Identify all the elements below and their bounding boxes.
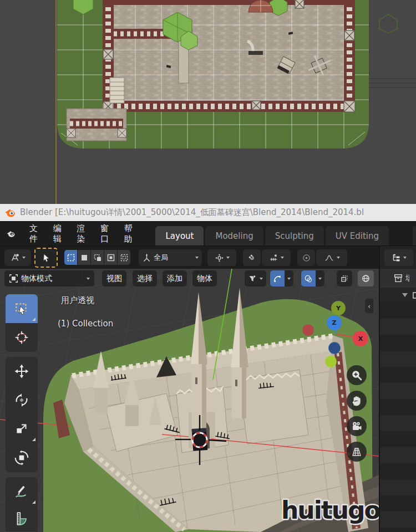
tool-annotate[interactable] xyxy=(6,477,38,506)
tab-uv-editing[interactable]: UV Editing xyxy=(326,226,389,245)
camera-view-button[interactable] xyxy=(347,416,367,436)
outliner-tree-icon xyxy=(392,253,401,263)
cursor-3d-icon xyxy=(14,330,29,345)
chevron-down-icon xyxy=(403,257,407,259)
preview-guide-line xyxy=(55,0,57,204)
gizmo-dropdown[interactable] xyxy=(285,270,293,287)
toolbar-left xyxy=(6,294,38,531)
gizmo-axis-z[interactable]: Z xyxy=(327,315,342,330)
menu-edit[interactable]: 编辑 xyxy=(47,220,70,248)
collection-label: (1) Collection xyxy=(58,319,113,329)
chevron-down-icon xyxy=(226,257,230,259)
grid-perspective-icon xyxy=(351,446,363,458)
select-mode-intersect[interactable] xyxy=(118,250,130,265)
gizmo-toggle[interactable] xyxy=(270,270,285,287)
gizmo-axis-x[interactable]: X xyxy=(353,331,368,346)
scene-collection-label-clipped: 场 xyxy=(405,273,409,283)
gizmo-axis-y[interactable]: Y xyxy=(331,301,346,315)
tool-measure[interactable] xyxy=(6,506,38,531)
mode-selector[interactable]: 物体模式 xyxy=(4,270,94,287)
select-mode-invert[interactable] xyxy=(104,250,117,265)
chevron-down-icon xyxy=(281,257,284,259)
tab-layout[interactable]: Layout xyxy=(155,226,204,245)
menu-render[interactable]: 渲染 xyxy=(70,220,94,248)
gizmo-axis-x-neg[interactable] xyxy=(302,324,314,336)
overlays-toggle[interactable] xyxy=(301,270,316,287)
proportional-editing-toggle[interactable] xyxy=(297,249,315,266)
menu-select[interactable]: 选择 xyxy=(133,270,157,287)
topbar: 文件 编辑 渲染 窗口 帮助 Layout Modeling Sculpting… xyxy=(0,222,416,245)
window-title: Blender [E:\huitugou详情\2001_5000\2014_低面… xyxy=(20,207,364,218)
magnifier-plus-icon xyxy=(351,369,363,381)
menu-file[interactable]: 文件 xyxy=(23,220,47,248)
collection-row[interactable] xyxy=(380,288,416,303)
filter-funnel-icon xyxy=(248,274,257,283)
sidebar-collapse-arrow[interactable]: ‹ xyxy=(365,299,373,313)
tool-cursor[interactable] xyxy=(6,323,38,352)
viewport-3d[interactable]: 物体模式 视图 选择 添加 物体 xyxy=(0,269,379,532)
snap-increment-icon xyxy=(269,253,278,263)
top-view-preview xyxy=(0,0,416,204)
chevron-down-icon xyxy=(287,278,291,280)
visibility-filter-dropdown[interactable] xyxy=(245,270,266,287)
move-icon xyxy=(14,364,29,379)
tool-scale[interactable] xyxy=(6,415,38,443)
object-mode-icon xyxy=(9,274,18,283)
overlays-toggle-group xyxy=(301,270,324,287)
viewport-column: 全局 xyxy=(0,245,379,532)
ortho-toggle-button[interactable] xyxy=(347,442,367,462)
chevron-down-icon xyxy=(87,278,90,280)
editor-type-selector[interactable] xyxy=(4,249,31,266)
wireframe-globe-icon xyxy=(361,274,371,283)
proportional-circle-icon xyxy=(302,253,311,263)
snap-with-dropdown[interactable] xyxy=(262,249,291,266)
overlays-dropdown[interactable] xyxy=(316,270,324,287)
chevron-down-icon xyxy=(195,257,199,259)
tool-move[interactable] xyxy=(6,357,38,386)
outliner-editor-selector[interactable] xyxy=(384,249,413,266)
scene-collection-row[interactable]: 场 xyxy=(380,269,416,288)
shading-mode-button[interactable] xyxy=(358,270,374,287)
pan-button[interactable] xyxy=(347,391,367,411)
disclosure-triangle-icon[interactable] xyxy=(402,293,408,297)
menu-help[interactable]: 帮助 xyxy=(118,220,141,248)
gizmo-axis-y-neg[interactable] xyxy=(325,356,337,367)
gizmo-axis-z-neg[interactable] xyxy=(328,342,341,354)
chevron-down-icon xyxy=(318,278,322,280)
scale-icon xyxy=(14,421,29,437)
tool-select-box[interactable] xyxy=(6,294,38,323)
zoom-button[interactable] xyxy=(347,365,367,385)
collection-icon-clipped xyxy=(412,291,416,300)
mode-label: 物体模式 xyxy=(21,274,84,284)
active-tool-button[interactable] xyxy=(34,248,58,268)
view-perspective-label: 用户透视 xyxy=(61,295,94,306)
transform-orientation-dropdown[interactable]: 全局 xyxy=(139,249,202,266)
tool-settings-bar: 全局 xyxy=(0,245,379,269)
menu-object[interactable]: 物体 xyxy=(192,270,217,287)
blender-app-icon[interactable] xyxy=(7,228,15,239)
select-mode-subtract[interactable] xyxy=(91,250,104,265)
menu-view[interactable]: 视图 xyxy=(102,270,126,287)
cursor-arrow-icon xyxy=(41,253,51,263)
snap-toggle-button[interactable] xyxy=(243,249,261,266)
tab-modeling[interactable]: Modeling xyxy=(205,226,263,245)
menu-window[interactable]: 窗口 xyxy=(94,220,118,248)
workspace-tabs: Layout Modeling Sculpting UV Editing xyxy=(155,222,416,245)
window-titlebar: Blender [E:\huitugou详情\2001_5000\2014_低面… xyxy=(0,204,416,222)
svg-text:huitugou.com: huitugou.com xyxy=(281,496,379,524)
select-mode-group xyxy=(64,250,130,265)
tab-next-clipped[interactable] xyxy=(413,226,416,245)
tool-rotate[interactable] xyxy=(6,386,38,415)
outliner-panel: 场 xyxy=(379,245,416,532)
xray-toggle[interactable] xyxy=(337,270,352,287)
select-mode-new[interactable] xyxy=(64,250,77,265)
menu-add[interactable]: 添加 xyxy=(163,270,187,287)
overlays-icon xyxy=(304,274,313,283)
outliner-rows[interactable] xyxy=(380,303,416,532)
tab-sculpting[interactable]: Sculpting xyxy=(265,226,324,245)
proportional-falloff-dropdown[interactable] xyxy=(316,249,347,266)
pivot-point-dropdown[interactable] xyxy=(207,249,236,266)
select-mode-extend[interactable] xyxy=(78,250,90,265)
tool-transform[interactable] xyxy=(6,443,38,472)
top-view-render xyxy=(0,0,416,204)
